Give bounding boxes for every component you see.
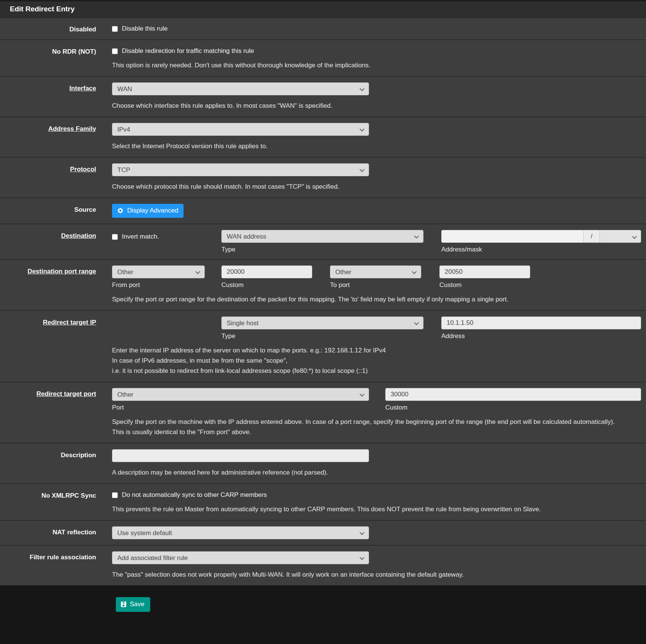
to-port-select[interactable]: Other (330, 265, 421, 278)
address-family-label[interactable]: Address Family (0, 123, 112, 151)
row-protocol: Protocol TCP Choose which protocol this … (0, 158, 646, 198)
gear-icon (117, 207, 124, 214)
row-nat-reflection: NAT reflection Use system default (0, 521, 646, 546)
from-port-custom-input[interactable] (221, 265, 312, 278)
source-label: Source (0, 204, 112, 218)
row-filter-rule-association: Filter rule association Add associated f… (0, 546, 646, 585)
redirect-ip-help-line1: Enter the internal IP address of the ser… (112, 345, 642, 355)
display-advanced-button[interactable]: Display Advanced (112, 204, 184, 218)
redirect-port-select[interactable]: Other (112, 388, 369, 401)
disabled-label: Disabled (0, 23, 112, 34)
row-destination-port-range: Destination port range Other From port C… (0, 260, 646, 311)
redirect-ip-address-sublabel: Address (441, 332, 641, 340)
redirect-ip-help-line2: In case of IPv6 addresses, in must be fr… (112, 355, 642, 366)
redirect-port-custom-sublabel: Custom (385, 404, 641, 411)
interface-label[interactable]: Interface (0, 82, 112, 111)
row-address-family: Address Family IPv4 Select the Internet … (0, 117, 646, 158)
destination-address-sublabel: Address/mask (441, 246, 641, 253)
destination-address-group: / (441, 230, 641, 243)
filter-association-select[interactable]: Add associated filter rule (112, 551, 369, 564)
to-port-custom-sublabel: Custom (439, 281, 530, 289)
address-mask-separator: / (583, 230, 600, 242)
redirect-ip-help: Enter the internal IP address of the ser… (112, 345, 642, 376)
description-help: A description may be entered here for ad… (112, 467, 642, 478)
redirect-target-port-label[interactable]: Redirect target port (0, 388, 112, 437)
page-footer: Save (0, 585, 646, 644)
redirect-port-help-line2: This is usually identical to the "From p… (112, 427, 642, 437)
destination-invert-label: Invert match. (122, 233, 159, 241)
save-icon (121, 601, 126, 607)
save-button[interactable]: Save (116, 597, 150, 612)
row-xmlrpc-sync: No XMLRPC Sync Do not automatically sync… (0, 484, 646, 521)
redirect-ip-help-line3: i.e. it is not possible to redirect from… (112, 366, 642, 376)
panel-title: Edit Redirect Entry (0, 2, 646, 18)
nordr-help: This option is rarely needed. Don't use … (112, 60, 642, 70)
xmlrpc-checkbox[interactable] (112, 492, 118, 498)
nat-reflection-select[interactable]: Use system default (112, 526, 369, 539)
destination-invert-checkbox[interactable] (112, 234, 118, 240)
row-redirect-target-ip: Redirect target IP Single host Type Addr… (0, 311, 646, 382)
save-button-label: Save (130, 601, 145, 608)
redirect-port-sublabel: Port (112, 404, 369, 411)
to-port-sublabel: To port (330, 281, 421, 289)
interface-help: Choose which interface this rule applies… (112, 101, 642, 111)
disabled-checkbox-label: Disable this rule (122, 25, 168, 33)
row-nordr: No RDR (NOT) Disable redirection for tra… (0, 40, 646, 77)
redirect-port-help: Specify the port on the machine with the… (112, 417, 642, 437)
redirect-ip-address-input[interactable] (441, 317, 641, 329)
address-family-help: Select the Internet Protocol version thi… (112, 141, 642, 151)
to-port-custom-input[interactable] (439, 265, 530, 278)
protocol-select[interactable]: TCP (112, 163, 369, 176)
row-disabled: Disabled Disable this rule (0, 18, 646, 40)
xmlrpc-checkbox-label: Do not automatically sync to other CARP … (122, 491, 267, 499)
description-input[interactable] (112, 449, 369, 462)
row-source: Source Display Advanced (0, 198, 646, 224)
redirect-target-ip-label[interactable]: Redirect target IP (0, 317, 112, 376)
row-redirect-target-port: Redirect target port Other Port Custom (0, 382, 646, 444)
from-port-sublabel: From port (112, 281, 205, 289)
redirect-port-custom-input[interactable] (385, 388, 641, 401)
description-label: Description (0, 449, 112, 478)
destination-address-input[interactable] (442, 230, 583, 242)
disabled-checkbox[interactable] (112, 26, 118, 32)
from-port-custom-sublabel: Custom (221, 281, 312, 289)
nordr-checkbox-label: Disable redirection for traffic matching… (122, 47, 254, 55)
nordr-label: No RDR (NOT) (0, 46, 112, 70)
nat-reflection-label: NAT reflection (0, 526, 112, 539)
destination-type-sublabel: Type (221, 246, 423, 253)
interface-select[interactable]: WAN (112, 82, 369, 95)
row-destination: Destination Invert match. WAN address (0, 224, 646, 260)
filter-association-help: The "pass" selection does not work prope… (112, 570, 642, 580)
redirect-port-help-line1: Specify the port on the machine with the… (112, 417, 642, 427)
redirect-ip-type-select[interactable]: Single host (221, 317, 423, 329)
row-description: Description A description may be entered… (0, 444, 646, 484)
destination-port-range-label[interactable]: Destination port range (0, 265, 112, 304)
address-family-select[interactable]: IPv4 (112, 123, 369, 136)
destination-type-select[interactable]: WAN address (221, 230, 423, 243)
edit-redirect-form: Disabled Disable this rule No RDR (NOT) … (0, 18, 646, 585)
destination-label[interactable]: Destination (0, 230, 112, 253)
row-interface: Interface WAN Choose which interface thi… (0, 77, 646, 117)
from-port-select[interactable]: Other (112, 265, 205, 278)
xmlrpc-label: No XMLRPC Sync (0, 490, 112, 514)
display-advanced-label: Display Advanced (127, 207, 178, 214)
destination-mask-select[interactable] (600, 230, 641, 243)
xmlrpc-help: This prevents the rule on Master from au… (112, 504, 642, 514)
filter-association-label: Filter rule association (0, 551, 112, 580)
redirect-ip-type-sublabel: Type (221, 332, 423, 340)
destination-port-range-help: Specify the port or port range for the d… (112, 294, 642, 304)
protocol-help: Choose which protocol this rule should m… (112, 182, 642, 192)
nordr-checkbox[interactable] (112, 48, 118, 54)
protocol-label[interactable]: Protocol (0, 163, 112, 192)
